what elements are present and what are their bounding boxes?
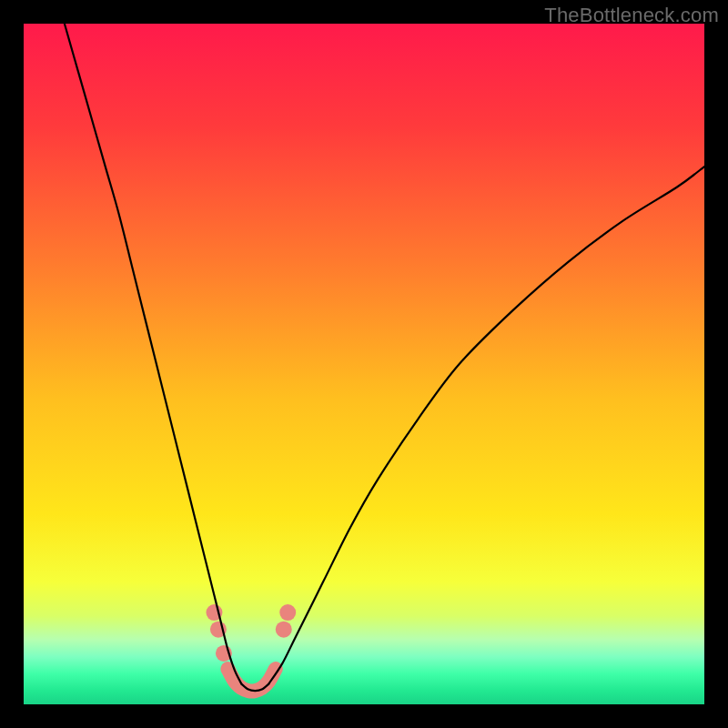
chart-frame xyxy=(24,24,704,704)
gradient-background xyxy=(24,24,704,704)
bottleneck-chart xyxy=(24,24,704,704)
highlight-dot xyxy=(276,622,292,638)
highlight-dot xyxy=(279,604,296,621)
